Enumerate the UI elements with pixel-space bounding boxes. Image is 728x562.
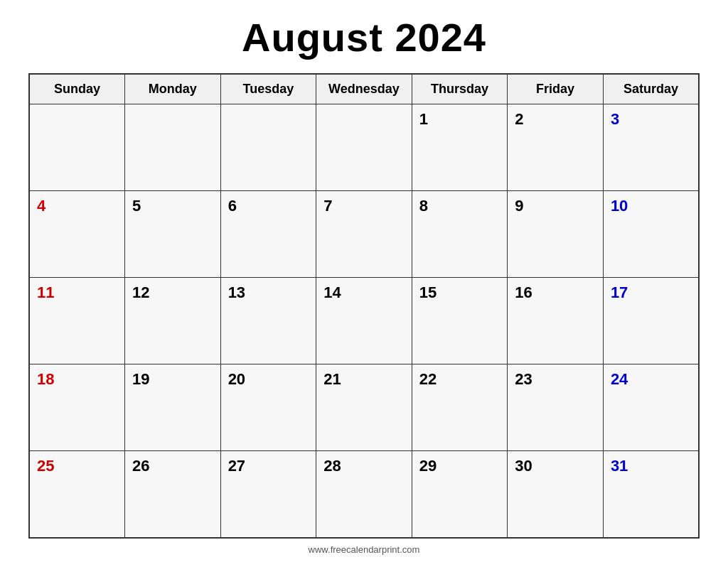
day-number: 25 — [37, 457, 54, 475]
day-number: 30 — [515, 457, 532, 475]
day-number: 4 — [37, 197, 46, 215]
calendar-cell: 19 — [125, 364, 221, 451]
calendar-cell: 22 — [412, 364, 508, 451]
calendar-cell: 20 — [220, 364, 316, 451]
calendar-week-2: 45678910 — [29, 191, 699, 278]
calendar-cell: 18 — [29, 364, 125, 451]
calendar-cell: 2 — [508, 104, 604, 191]
day-number: 22 — [419, 370, 437, 388]
calendar-cell: 11 — [29, 278, 125, 364]
column-header-thursday: Thursday — [412, 74, 508, 104]
day-number: 21 — [323, 370, 341, 388]
column-header-wednesday: Wednesday — [316, 74, 412, 104]
calendar-cell: 4 — [29, 191, 125, 278]
day-number: 10 — [611, 197, 628, 215]
day-number: 28 — [323, 457, 341, 475]
day-number: 17 — [611, 283, 628, 301]
day-number: 5 — [132, 197, 141, 215]
calendar-cell: 15 — [412, 278, 508, 364]
calendar-cell: 29 — [412, 451, 508, 538]
day-number: 24 — [611, 370, 628, 388]
calendar-cell: 24 — [603, 364, 699, 451]
calendar-cell — [316, 104, 412, 191]
day-number: 7 — [323, 197, 332, 215]
calendar-cell: 26 — [125, 451, 221, 538]
calendar-cell: 7 — [316, 191, 412, 278]
day-number: 3 — [611, 110, 619, 128]
day-number: 11 — [37, 283, 54, 301]
day-number: 18 — [37, 370, 54, 388]
calendar-cell: 14 — [316, 278, 412, 364]
day-number: 27 — [228, 457, 245, 475]
day-number: 9 — [515, 197, 523, 215]
calendar-cell: 25 — [29, 451, 125, 538]
column-header-tuesday: Tuesday — [220, 74, 316, 104]
calendar-week-4: 18192021222324 — [29, 364, 699, 451]
calendar-cell: 3 — [603, 104, 699, 191]
calendar-cell: 27 — [220, 451, 316, 538]
day-number: 2 — [515, 110, 523, 128]
page-title: August 2024 — [242, 14, 486, 60]
calendar-cell — [125, 104, 221, 191]
calendar-week-1: 123 — [29, 104, 699, 191]
footer-text: www.freecalendarprint.com — [309, 544, 420, 555]
day-number: 1 — [419, 110, 428, 128]
calendar-cell: 12 — [125, 278, 221, 364]
day-number: 6 — [228, 197, 237, 215]
calendar-cell: 1 — [412, 104, 508, 191]
column-header-saturday: Saturday — [603, 74, 699, 104]
calendar-cell — [220, 104, 316, 191]
day-number: 13 — [228, 283, 245, 301]
calendar-cell: 28 — [316, 451, 412, 538]
day-number: 14 — [323, 283, 341, 301]
day-number: 12 — [132, 283, 149, 301]
column-header-sunday: Sunday — [29, 74, 125, 104]
calendar-cell: 13 — [220, 278, 316, 364]
calendar-cell: 16 — [508, 278, 604, 364]
calendar-cell: 30 — [508, 451, 604, 538]
days-of-week-row: SundayMondayTuesdayWednesdayThursdayFrid… — [29, 74, 699, 104]
calendar-cell: 31 — [603, 451, 699, 538]
day-number: 29 — [419, 457, 437, 475]
calendar-table: SundayMondayTuesdayWednesdayThursdayFrid… — [28, 73, 700, 539]
calendar-cell: 5 — [125, 191, 221, 278]
day-number: 23 — [515, 370, 532, 388]
column-header-friday: Friday — [508, 74, 604, 104]
calendar-cell: 23 — [508, 364, 604, 451]
day-number: 20 — [228, 370, 245, 388]
calendar-cell — [29, 104, 125, 191]
calendar-cell: 9 — [508, 191, 604, 278]
day-number: 31 — [611, 457, 628, 475]
calendar-week-3: 11121314151617 — [29, 278, 699, 364]
calendar-cell: 21 — [316, 364, 412, 451]
calendar-cell: 8 — [412, 191, 508, 278]
calendar-cell: 6 — [220, 191, 316, 278]
day-number: 26 — [132, 457, 149, 475]
calendar-week-5: 25262728293031 — [29, 451, 699, 538]
calendar-cell: 17 — [603, 278, 699, 364]
day-number: 16 — [515, 283, 532, 301]
day-number: 8 — [419, 197, 428, 215]
calendar-cell: 10 — [603, 191, 699, 278]
day-number: 19 — [132, 370, 149, 388]
column-header-monday: Monday — [125, 74, 221, 104]
day-number: 15 — [419, 283, 437, 301]
